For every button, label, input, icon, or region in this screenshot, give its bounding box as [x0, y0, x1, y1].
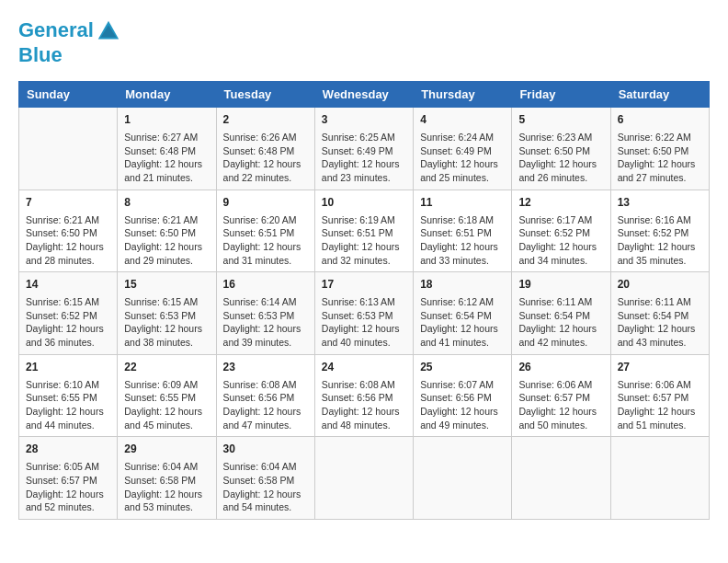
day-number: 9	[223, 195, 308, 211]
day-number: 11	[420, 195, 505, 211]
day-content: Sunrise: 6:21 AM Sunset: 6:50 PM Dayligh…	[26, 213, 110, 268]
day-number: 22	[124, 360, 209, 375]
calendar-week-4: 21Sunrise: 6:10 AM Sunset: 6:55 PM Dayli…	[19, 354, 710, 437]
day-content: Sunrise: 6:05 AM Sunset: 6:57 PM Dayligh…	[26, 460, 110, 514]
day-number: 24	[322, 360, 406, 375]
logo-icon	[96, 18, 121, 44]
calendar-cell	[512, 437, 610, 520]
calendar-cell: 17Sunrise: 6:13 AM Sunset: 6:53 PM Dayli…	[314, 272, 413, 355]
calendar-cell: 19Sunrise: 6:11 AM Sunset: 6:54 PM Dayli…	[512, 272, 610, 355]
day-number: 27	[618, 360, 702, 375]
column-header-sunday: Sunday	[19, 82, 118, 108]
calendar-cell: 3Sunrise: 6:25 AM Sunset: 6:49 PM Daylig…	[314, 108, 413, 190]
calendar-cell: 21Sunrise: 6:10 AM Sunset: 6:55 PM Dayli…	[19, 354, 118, 437]
day-content: Sunrise: 6:14 AM Sunset: 6:53 PM Dayligh…	[223, 295, 308, 350]
column-header-monday: Monday	[118, 82, 216, 108]
day-number: 19	[518, 277, 603, 293]
calendar-cell	[314, 437, 413, 520]
calendar-cell: 29Sunrise: 6:04 AM Sunset: 6:58 PM Dayli…	[118, 437, 216, 520]
calendar-cell: 7Sunrise: 6:21 AM Sunset: 6:50 PM Daylig…	[19, 190, 118, 272]
day-number: 26	[518, 360, 603, 375]
day-content: Sunrise: 6:27 AM Sunset: 6:48 PM Dayligh…	[124, 131, 209, 185]
calendar-week-1: 1Sunrise: 6:27 AM Sunset: 6:48 PM Daylig…	[19, 108, 710, 190]
column-header-wednesday: Wednesday	[314, 82, 413, 108]
day-content: Sunrise: 6:11 AM Sunset: 6:54 PM Dayligh…	[618, 295, 702, 350]
day-content: Sunrise: 6:04 AM Sunset: 6:58 PM Dayligh…	[223, 460, 308, 514]
calendar-cell: 18Sunrise: 6:12 AM Sunset: 6:54 PM Dayli…	[414, 272, 512, 355]
day-content: Sunrise: 6:12 AM Sunset: 6:54 PM Dayligh…	[420, 295, 505, 350]
calendar-cell: 24Sunrise: 6:08 AM Sunset: 6:56 PM Dayli…	[314, 354, 413, 437]
day-number: 8	[124, 195, 209, 211]
day-number: 20	[618, 277, 702, 293]
day-number: 7	[26, 195, 110, 211]
day-number: 5	[518, 112, 603, 128]
day-number: 21	[26, 360, 110, 375]
day-number: 16	[223, 277, 308, 293]
calendar-cell	[610, 437, 709, 520]
column-header-saturday: Saturday	[610, 82, 709, 108]
day-content: Sunrise: 6:06 AM Sunset: 6:57 PM Dayligh…	[518, 378, 603, 432]
day-content: Sunrise: 6:07 AM Sunset: 6:56 PM Dayligh…	[420, 378, 505, 432]
calendar-cell: 22Sunrise: 6:09 AM Sunset: 6:55 PM Dayli…	[118, 354, 216, 437]
calendar-cell: 10Sunrise: 6:19 AM Sunset: 6:51 PM Dayli…	[314, 190, 413, 272]
calendar-cell	[414, 437, 512, 520]
calendar-cell: 9Sunrise: 6:20 AM Sunset: 6:51 PM Daylig…	[216, 190, 314, 272]
day-content: Sunrise: 6:15 AM Sunset: 6:53 PM Dayligh…	[124, 295, 209, 350]
day-number: 29	[124, 442, 209, 457]
day-content: Sunrise: 6:08 AM Sunset: 6:56 PM Dayligh…	[223, 378, 308, 432]
calendar-week-3: 14Sunrise: 6:15 AM Sunset: 6:52 PM Dayli…	[19, 272, 710, 355]
calendar-cell: 1Sunrise: 6:27 AM Sunset: 6:48 PM Daylig…	[118, 108, 216, 190]
day-content: Sunrise: 6:23 AM Sunset: 6:50 PM Dayligh…	[518, 131, 603, 185]
day-content: Sunrise: 6:25 AM Sunset: 6:49 PM Dayligh…	[322, 131, 406, 185]
day-number: 23	[223, 360, 308, 375]
calendar-cell: 13Sunrise: 6:16 AM Sunset: 6:52 PM Dayli…	[610, 190, 709, 272]
calendar-cell: 12Sunrise: 6:17 AM Sunset: 6:52 PM Dayli…	[512, 190, 610, 272]
calendar-cell: 15Sunrise: 6:15 AM Sunset: 6:53 PM Dayli…	[118, 272, 216, 355]
calendar-cell: 8Sunrise: 6:21 AM Sunset: 6:50 PM Daylig…	[118, 190, 216, 272]
calendar-cell	[19, 108, 118, 190]
day-content: Sunrise: 6:20 AM Sunset: 6:51 PM Dayligh…	[223, 213, 308, 268]
day-content: Sunrise: 6:26 AM Sunset: 6:48 PM Dayligh…	[223, 131, 308, 185]
day-number: 2	[223, 112, 308, 128]
day-content: Sunrise: 6:22 AM Sunset: 6:50 PM Dayligh…	[618, 131, 702, 185]
calendar-cell: 20Sunrise: 6:11 AM Sunset: 6:54 PM Dayli…	[610, 272, 709, 355]
day-content: Sunrise: 6:15 AM Sunset: 6:52 PM Dayligh…	[26, 295, 110, 350]
day-number: 13	[618, 195, 702, 211]
day-content: Sunrise: 6:11 AM Sunset: 6:54 PM Dayligh…	[518, 295, 603, 350]
day-content: Sunrise: 6:08 AM Sunset: 6:56 PM Dayligh…	[322, 378, 406, 432]
day-number: 15	[124, 277, 209, 293]
day-number: 14	[26, 277, 110, 293]
calendar-cell: 27Sunrise: 6:06 AM Sunset: 6:57 PM Dayli…	[610, 354, 709, 437]
calendar-cell: 25Sunrise: 6:07 AM Sunset: 6:56 PM Dayli…	[414, 354, 512, 437]
day-number: 3	[322, 112, 406, 128]
column-header-tuesday: Tuesday	[216, 82, 314, 108]
day-number: 18	[420, 277, 505, 293]
day-number: 12	[518, 195, 603, 211]
calendar-cell: 30Sunrise: 6:04 AM Sunset: 6:58 PM Dayli…	[216, 437, 314, 520]
logo: General Blue	[18, 18, 123, 66]
day-content: Sunrise: 6:10 AM Sunset: 6:55 PM Dayligh…	[26, 378, 110, 432]
column-header-thursday: Thursday	[414, 82, 512, 108]
day-number: 25	[420, 360, 505, 375]
day-content: Sunrise: 6:19 AM Sunset: 6:51 PM Dayligh…	[322, 213, 406, 268]
calendar-cell: 2Sunrise: 6:26 AM Sunset: 6:48 PM Daylig…	[216, 108, 314, 190]
calendar-cell: 4Sunrise: 6:24 AM Sunset: 6:49 PM Daylig…	[414, 108, 512, 190]
day-number: 28	[26, 442, 110, 457]
day-number: 10	[322, 195, 406, 211]
day-content: Sunrise: 6:18 AM Sunset: 6:51 PM Dayligh…	[420, 213, 505, 268]
calendar-cell: 23Sunrise: 6:08 AM Sunset: 6:56 PM Dayli…	[216, 354, 314, 437]
calendar-cell: 26Sunrise: 6:06 AM Sunset: 6:57 PM Dayli…	[512, 354, 610, 437]
day-number: 30	[223, 442, 308, 457]
day-content: Sunrise: 6:24 AM Sunset: 6:49 PM Dayligh…	[420, 131, 505, 185]
day-number: 6	[618, 112, 702, 128]
day-number: 1	[124, 112, 209, 128]
day-content: Sunrise: 6:16 AM Sunset: 6:52 PM Dayligh…	[618, 213, 702, 268]
calendar-cell: 6Sunrise: 6:22 AM Sunset: 6:50 PM Daylig…	[610, 108, 709, 190]
day-number: 4	[420, 112, 505, 128]
column-header-friday: Friday	[512, 82, 610, 108]
day-content: Sunrise: 6:04 AM Sunset: 6:58 PM Dayligh…	[124, 460, 209, 514]
day-content: Sunrise: 6:17 AM Sunset: 6:52 PM Dayligh…	[518, 213, 603, 268]
calendar-cell: 28Sunrise: 6:05 AM Sunset: 6:57 PM Dayli…	[19, 437, 118, 520]
calendar-cell: 5Sunrise: 6:23 AM Sunset: 6:50 PM Daylig…	[512, 108, 610, 190]
calendar-table: SundayMondayTuesdayWednesdayThursdayFrid…	[18, 81, 710, 520]
